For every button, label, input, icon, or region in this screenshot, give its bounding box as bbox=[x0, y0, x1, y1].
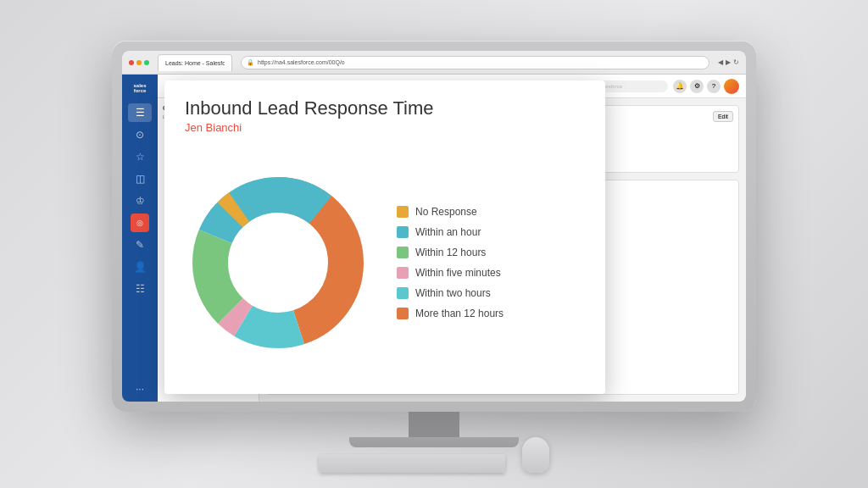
legend-label-within-hour: Within an hour bbox=[415, 226, 481, 238]
scene: Leads: Home - Salesforce... 🔒 https://na… bbox=[0, 0, 868, 488]
browser-chrome: Leads: Home - Salesforce... 🔒 https://na… bbox=[122, 51, 746, 75]
monitor-frame: Leads: Home - Salesforce... 🔒 https://na… bbox=[112, 41, 756, 412]
nav-forward[interactable]: ▶ bbox=[726, 58, 731, 66]
legend-item-within-12-hours: Within 12 hours bbox=[397, 247, 585, 258]
sidebar-item-star[interactable]: ☆ bbox=[128, 147, 152, 166]
legend-label-within-12-hours: Within 12 hours bbox=[415, 247, 486, 258]
legend-item-within-five-minutes: Within five minutes bbox=[397, 267, 585, 279]
sidebar-item-home[interactable]: ⊙ bbox=[128, 125, 152, 144]
topnav-icons: 🔔 ⚙ ? bbox=[673, 79, 739, 94]
sidebar-item-menu[interactable]: ☰ bbox=[128, 103, 152, 122]
help-icon[interactable]: ? bbox=[707, 80, 721, 93]
legend-item-within-hour: Within an hour bbox=[397, 226, 585, 238]
monitor: Leads: Home - Salesforce... 🔒 https://na… bbox=[103, 41, 765, 447]
tab-label: Leads: Home - Salesforce... bbox=[165, 60, 225, 66]
legend-color-no-response bbox=[397, 206, 409, 218]
donut-chart-svg bbox=[185, 169, 371, 356]
monitor-screen: Leads: Home - Salesforce... 🔒 https://na… bbox=[122, 51, 746, 402]
legend-item-more-than-12-hours: More than 12 hours bbox=[397, 308, 585, 319]
nav-refresh[interactable]: ↻ bbox=[733, 58, 739, 66]
nav-back[interactable]: ◀ bbox=[718, 58, 723, 66]
legend-label-within-two-hours: Within two hours bbox=[415, 287, 491, 299]
logo-text: salesforce bbox=[133, 83, 146, 93]
sidebar-item-crown[interactable]: ♔ bbox=[128, 191, 152, 210]
sidebar-item-edit[interactable]: ✎ bbox=[128, 236, 152, 254]
browser-address-bar[interactable]: 🔒 https://na4.salesforce.com/00Q/o bbox=[241, 56, 709, 69]
legend-color-more-than-12-hours bbox=[397, 308, 409, 319]
minimize-dot bbox=[136, 60, 142, 65]
peripherals bbox=[319, 437, 549, 473]
legend-color-within-two-hours bbox=[397, 287, 409, 299]
settings-icon[interactable]: ⚙ bbox=[690, 80, 704, 93]
user-avatar[interactable] bbox=[724, 79, 739, 94]
edit-button[interactable]: Edit bbox=[713, 111, 733, 122]
legend-color-within-12-hours bbox=[397, 247, 409, 258]
sidebar-item-calendar[interactable]: ☷ bbox=[128, 280, 152, 298]
keyboard bbox=[319, 454, 505, 473]
close-dot bbox=[129, 60, 134, 65]
notifications-icon[interactable]: 🔔 bbox=[673, 80, 687, 93]
legend-color-within-hour bbox=[397, 226, 409, 238]
chart-legend: No Response Within an hour Within 12 hou… bbox=[397, 206, 585, 319]
salesforce-sidebar: salesforce ☰ ⊙ ☆ ◫ ♔ ◎ ✎ 👤 ☷ ··· bbox=[122, 75, 158, 402]
browser-tab[interactable]: Leads: Home - Salesforce... bbox=[158, 54, 232, 71]
legend-item-within-two-hours: Within two hours bbox=[397, 287, 585, 299]
chart-modal: Inbound Lead Response Time Jen Bianchi bbox=[164, 80, 605, 394]
sidebar-item-people[interactable]: 👤 bbox=[128, 258, 152, 276]
sidebar-item-book[interactable]: ◫ bbox=[128, 169, 152, 188]
legend-label-more-than-12-hours: More than 12 hours bbox=[415, 308, 504, 319]
mouse bbox=[522, 437, 549, 473]
legend-label-no-response: No Response bbox=[415, 206, 477, 218]
screen-bezel: Leads: Home - Salesforce... 🔒 https://na… bbox=[122, 51, 746, 402]
chart-title: Inbound Lead Response Time bbox=[185, 97, 585, 119]
legend-label-within-five-minutes: Within five minutes bbox=[415, 267, 501, 279]
svg-point-28 bbox=[231, 216, 325, 309]
sidebar-item-red[interactable]: ◎ bbox=[131, 214, 149, 232]
browser-dots bbox=[129, 60, 149, 65]
maximize-dot bbox=[144, 60, 149, 65]
donut-chart-container bbox=[185, 169, 371, 356]
address-text: https://na4.salesforce.com/00Q/o bbox=[258, 59, 345, 65]
sidebar-item-more[interactable]: ··· bbox=[128, 380, 152, 398]
chart-body: No Response Within an hour Within 12 hou… bbox=[185, 147, 585, 377]
chart-subtitle: Jen Bianchi bbox=[185, 121, 585, 134]
monitor-stand-neck bbox=[409, 412, 459, 437]
legend-item-no-response: No Response bbox=[397, 206, 585, 218]
legend-color-within-five-minutes bbox=[397, 267, 409, 279]
salesforce-logo: salesforce bbox=[128, 80, 152, 97]
